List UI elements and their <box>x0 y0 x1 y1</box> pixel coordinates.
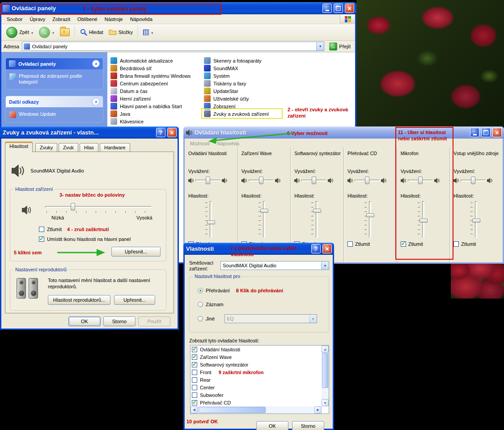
item-checkbox[interactable] <box>192 392 197 398</box>
speaker-volume-button[interactable]: Hlasitost reproduktorů... <box>48 295 110 305</box>
volume-slider-thumb[interactable] <box>472 219 480 223</box>
control-panel-item[interactable]: Brána firewall systému Windows <box>110 72 191 80</box>
advanced-button[interactable]: Upřesnit... <box>111 247 161 257</box>
list-item[interactable]: Center <box>191 384 322 391</box>
list-item[interactable]: Front9 zaškrtni mikrofon <box>191 368 322 376</box>
balance-slider-thumb[interactable] <box>365 177 369 184</box>
tab-zvuk[interactable]: Zvuk <box>59 143 78 152</box>
vertical-scrollbar[interactable] <box>322 346 329 406</box>
maximize-button[interactable] <box>481 128 491 137</box>
volume-slider[interactable] <box>469 200 484 239</box>
item-checkbox[interactable] <box>192 377 197 383</box>
balance-slider[interactable] <box>195 176 220 185</box>
balance-slider[interactable] <box>461 176 486 185</box>
horizontal-scrollbar[interactable] <box>191 406 322 413</box>
forward-dropdown-icon[interactable] <box>52 30 55 35</box>
go-button[interactable]: Přejít <box>327 41 353 52</box>
tab-hardware[interactable]: Hardware <box>100 143 130 152</box>
volume-slider-thumb[interactable] <box>207 220 215 224</box>
menu-upravy[interactable]: Úpravy <box>26 15 49 23</box>
radio-row-recording[interactable]: Záznam <box>198 302 224 307</box>
scroll-down-button[interactable] <box>322 399 329 406</box>
sidebar-link-windows-update[interactable]: Windows Update <box>9 111 99 118</box>
scroll-up-button[interactable] <box>322 346 329 353</box>
balance-slider-thumb[interactable] <box>206 177 210 184</box>
scrollbar-thumb[interactable] <box>199 407 266 413</box>
forward-button[interactable] <box>37 25 57 39</box>
close-button[interactable] <box>492 128 502 137</box>
control-panel-item[interactable]: Tiskárny a faxy <box>204 80 269 87</box>
mute-checkbox[interactable] <box>453 241 459 247</box>
cancel-button[interactable]: Storno <box>103 316 136 326</box>
item-checkbox[interactable] <box>192 385 197 390</box>
title-bar[interactable]: Zvuky a zvuková zařízení - vlastn... <box>0 126 179 139</box>
mute-checkbox[interactable] <box>347 241 353 247</box>
control-panel-item[interactable]: Klávesnice <box>110 118 191 125</box>
radio-row-playback[interactable]: Přehrávání 8 Klik do přehrávání <box>198 287 283 294</box>
control-panel-item[interactable]: Herní zařízení <box>110 95 191 102</box>
item-checkbox[interactable] <box>192 347 197 352</box>
search-button[interactable]: Hledat <box>78 27 106 37</box>
ok-button[interactable]: OK <box>68 316 101 326</box>
minimize-button[interactable] <box>322 4 332 13</box>
balance-slider[interactable] <box>301 176 326 185</box>
list-item[interactable]: Rear <box>191 376 322 384</box>
radio-row-other[interactable]: Jiné <box>198 316 215 321</box>
control-panel-item[interactable]: Skenery a fotoaparáty <box>204 57 269 64</box>
list-item[interactable]: Zařízení Wave <box>191 353 322 361</box>
ok-button[interactable]: OK <box>256 421 288 430</box>
device-volume-slider-thumb[interactable] <box>71 203 75 211</box>
minimize-button[interactable] <box>470 128 479 137</box>
mute-checkbox[interactable] <box>39 227 44 232</box>
control-panel-item[interactable]: Datum a čas <box>110 87 191 95</box>
tab-zvuky[interactable]: Zvuky <box>35 143 57 152</box>
close-button[interactable] <box>345 4 354 13</box>
scroll-left-button[interactable] <box>191 406 198 413</box>
back-button[interactable]: Zpět <box>4 25 36 39</box>
control-panel-item[interactable]: Hlavní panel a nabídka Start <box>110 102 191 110</box>
volume-slider[interactable] <box>363 200 378 239</box>
item-checkbox[interactable] <box>192 370 197 375</box>
advanced-button-2[interactable]: Upřesnit... <box>114 295 155 305</box>
scrollbar-thumb[interactable] <box>322 353 328 388</box>
maximize-button[interactable] <box>334 4 343 13</box>
device-volume-slider[interactable] <box>45 202 152 213</box>
tab-hlas[interactable]: Hlas <box>80 143 98 152</box>
cancel-button[interactable]: Storno <box>292 421 324 430</box>
control-panel-item[interactable]: Centrum zabezpečení <box>110 80 191 87</box>
item-checkbox[interactable] <box>192 400 197 405</box>
control-panel-item[interactable]: Automatické aktualizace <box>110 57 191 64</box>
balance-slider-thumb[interactable] <box>471 177 475 184</box>
menu-moznosti[interactable]: Možnosti <box>186 139 213 148</box>
volume-slider-thumb[interactable] <box>313 209 321 213</box>
address-combo[interactable]: Ovládací panely <box>22 42 324 51</box>
list-item[interactable]: Subwoofer <box>191 391 322 399</box>
menu-soubor[interactable]: Soubor <box>3 15 26 23</box>
title-bar[interactable]: Ovládání hlasitosti <box>183 126 504 139</box>
sidebar-link-category-view[interactable]: Přepnout do zobrazení podle kategorií <box>9 73 99 85</box>
folders-button[interactable]: Složky <box>106 28 135 37</box>
menu-napoveda[interactable]: Nápověda <box>213 139 243 148</box>
combo-dropdown-button[interactable] <box>321 261 329 270</box>
balance-slider[interactable] <box>249 176 274 185</box>
control-panel-item[interactable]: Bezdrátová síť <box>110 64 191 72</box>
tab-hlasitost[interactable]: Hlasitost <box>5 142 33 152</box>
list-item[interactable]: Přehrávač CD <box>191 399 322 406</box>
scroll-right-button[interactable] <box>314 406 322 413</box>
item-checkbox[interactable] <box>192 354 197 360</box>
help-button[interactable] <box>156 128 165 137</box>
address-dropdown-button[interactable] <box>316 42 324 51</box>
control-panel-item[interactable]: SoundMAX <box>204 64 269 72</box>
balance-slider[interactable] <box>355 176 380 185</box>
recording-radio[interactable] <box>198 302 203 307</box>
menu-zobrazit[interactable]: Zobrazit <box>49 15 74 23</box>
chevron-up-icon[interactable] <box>92 60 100 67</box>
item-checkbox[interactable] <box>192 362 197 367</box>
close-button[interactable] <box>167 128 177 137</box>
volume-slider[interactable] <box>203 200 219 239</box>
balance-slider-thumb[interactable] <box>312 177 316 184</box>
menu-oblibene[interactable]: Oblíbené <box>74 15 101 23</box>
control-panel-item[interactable]: Java <box>110 110 191 118</box>
list-item[interactable]: Ovládání hlasitosti <box>191 346 322 353</box>
other-radio[interactable] <box>198 316 203 321</box>
